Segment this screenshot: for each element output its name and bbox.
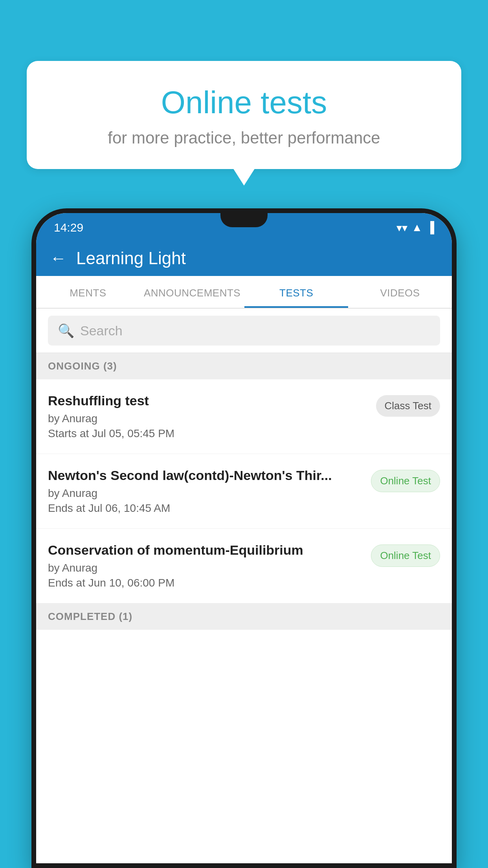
wifi-icon: ▾▾	[396, 221, 407, 234]
bubble-subtitle: for more practice, better performance	[46, 129, 442, 147]
battery-icon: ▐	[426, 221, 434, 234]
tests-list: Reshuffling test by Anurag Starts at Jul…	[36, 379, 452, 863]
bubble-title: Online tests	[46, 85, 442, 121]
tab-ments[interactable]: MENTS	[36, 276, 140, 308]
tab-videos[interactable]: VIDEOS	[348, 276, 452, 308]
test-name-2: Newton's Second law(contd)-Newton's Thir…	[48, 468, 363, 483]
test-author-1: by Anurag	[48, 412, 368, 425]
app-bar: ← Learning Light	[36, 241, 452, 276]
phone-notch	[220, 213, 268, 227]
status-time: 14:29	[54, 221, 83, 234]
tab-announcements[interactable]: ANNOUNCEMENTS	[140, 276, 244, 308]
tab-tests[interactable]: TESTS	[244, 276, 348, 308]
search-placeholder: Search	[80, 323, 123, 338]
test-item-1[interactable]: Reshuffling test by Anurag Starts at Jul…	[36, 379, 452, 454]
ongoing-section-header: ONGOING (3)	[36, 353, 452, 379]
test-date-3: Ends at Jun 10, 06:00 PM	[48, 577, 363, 589]
test-name-3: Conservation of momentum-Equilibrium	[48, 542, 363, 558]
tabs-bar: MENTS ANNOUNCEMENTS TESTS VIDEOS	[36, 276, 452, 309]
status-icons: ▾▾ ▲ ▐	[396, 221, 434, 234]
app-title: Learning Light	[76, 248, 186, 268]
test-badge-3: Online Test	[371, 544, 440, 567]
search-input-wrapper[interactable]: 🔍 Search	[48, 316, 440, 346]
test-badge-2: Online Test	[371, 470, 440, 492]
test-date-1: Starts at Jul 05, 05:45 PM	[48, 427, 368, 440]
phone-frame: 14:29 ▾▾ ▲ ▐ ← Learning Light MENTS ANNO…	[31, 208, 457, 868]
phone-screen: 14:29 ▾▾ ▲ ▐ ← Learning Light MENTS ANNO…	[36, 213, 452, 863]
test-name-1: Reshuffling test	[48, 393, 368, 408]
test-info-2: Newton's Second law(contd)-Newton's Thir…	[48, 468, 371, 515]
back-button[interactable]: ←	[50, 249, 66, 268]
ongoing-label: ONGOING (3)	[48, 360, 117, 372]
test-item-2[interactable]: Newton's Second law(contd)-Newton's Thir…	[36, 454, 452, 529]
test-info-1: Reshuffling test by Anurag Starts at Jul…	[48, 393, 376, 440]
test-author-2: by Anurag	[48, 487, 363, 500]
completed-section-header: COMPLETED (1)	[36, 603, 452, 630]
test-badge-1: Class Test	[376, 395, 440, 417]
search-icon: 🔍	[58, 323, 74, 338]
test-author-3: by Anurag	[48, 562, 363, 574]
test-date-2: Ends at Jul 06, 10:45 AM	[48, 502, 363, 515]
speech-bubble: Online tests for more practice, better p…	[27, 61, 461, 169]
test-item-3[interactable]: Conservation of momentum-Equilibrium by …	[36, 529, 452, 603]
search-container: 🔍 Search	[36, 309, 452, 353]
signal-icon: ▲	[411, 221, 422, 234]
completed-label: COMPLETED (1)	[48, 611, 132, 622]
test-info-3: Conservation of momentum-Equilibrium by …	[48, 542, 371, 589]
